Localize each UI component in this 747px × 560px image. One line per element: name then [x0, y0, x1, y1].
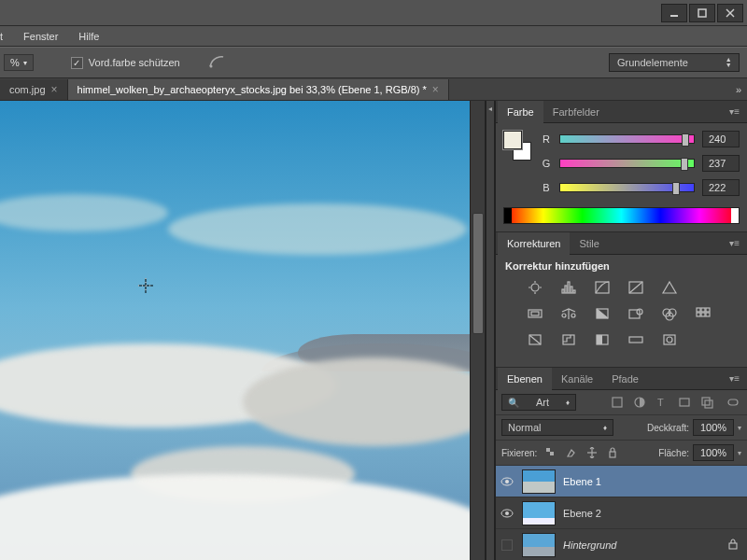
layer-list: Ebene 1 Ebene 2 Hintergrund: [496, 466, 747, 560]
visibility-eye-icon[interactable]: [501, 539, 513, 551]
window-titlebar: [0, 0, 747, 26]
pressure-brush-icon[interactable]: [208, 54, 225, 72]
menu-fenster[interactable]: Fenster: [20, 29, 62, 44]
layer-row-ebene-1[interactable]: Ebene 1: [496, 466, 747, 497]
tab-stile[interactable]: Stile: [570, 232, 608, 255]
tab-farbe[interactable]: Farbe: [498, 101, 543, 123]
close-icon[interactable]: ×: [432, 83, 439, 96]
document-canvas[interactable]: [0, 101, 485, 560]
levels-icon[interactable]: [559, 279, 578, 296]
tab-korrekturen[interactable]: Korrekturen: [498, 232, 570, 255]
svg-point-26: [562, 314, 566, 317]
invert-icon[interactable]: [526, 331, 544, 348]
tab-kanaele[interactable]: Kanäle: [552, 368, 602, 390]
layer-row-hintergrund[interactable]: Hintergrund: [496, 529, 747, 560]
vertical-scrollbar[interactable]: [470, 101, 485, 560]
g-value[interactable]: 237: [702, 155, 740, 172]
svg-rect-47: [613, 398, 622, 407]
blend-mode-dropdown[interactable]: Normal ♦: [501, 419, 613, 436]
exposure-icon[interactable]: [627, 279, 645, 296]
menu-truncated[interactable]: t: [0, 29, 7, 44]
svg-rect-15: [565, 286, 567, 293]
lock-transparency-icon[interactable]: [544, 446, 557, 459]
filter-toggle-switch[interactable]: [725, 395, 741, 410]
gradient-map-icon[interactable]: [627, 331, 645, 348]
r-value[interactable]: 240: [702, 131, 740, 147]
opacity-value[interactable]: 100%: [693, 419, 734, 436]
percent-label: %: [10, 57, 20, 68]
layer-row-ebene-2[interactable]: Ebene 2: [496, 497, 747, 529]
chevron-down-icon: ▾: [23, 59, 27, 67]
maximize-button[interactable]: [689, 4, 715, 22]
color-lookup-icon[interactable]: [694, 305, 712, 322]
lock-position-icon[interactable]: [585, 446, 599, 459]
lock-pixels-icon[interactable]: [565, 446, 578, 459]
posterize-icon[interactable]: [559, 331, 578, 348]
layer-name[interactable]: Ebene 2: [563, 508, 601, 519]
workspace-label: Grundelemente: [617, 57, 688, 68]
tab-label: com.jpg: [9, 84, 46, 95]
svg-point-60: [505, 480, 509, 483]
color-spectrum[interactable]: [503, 207, 740, 224]
g-slider[interactable]: [559, 159, 695, 168]
svg-rect-41: [563, 335, 574, 344]
layer-filter-type[interactable]: 🔍 Art ♦: [501, 394, 576, 411]
tab-pfade[interactable]: Pfade: [602, 368, 648, 390]
document-tab-1[interactable]: com.jpg ×: [0, 79, 68, 100]
r-slider[interactable]: [559, 134, 695, 144]
vibrance-icon[interactable]: [660, 279, 679, 296]
filter-smart-icon[interactable]: [698, 395, 715, 410]
fill-value[interactable]: 100%: [693, 444, 734, 461]
workspace-dropdown[interactable]: Grundelemente ▲▼: [609, 53, 740, 72]
tabs-overflow-button[interactable]: »: [730, 79, 747, 100]
layer-thumbnail[interactable]: [522, 501, 556, 525]
svg-rect-39: [706, 313, 710, 316]
tab-farbfelder[interactable]: Farbfelder: [543, 101, 609, 123]
lock-all-icon[interactable]: [606, 446, 619, 459]
svg-point-9: [531, 284, 539, 291]
foreground-swatch[interactable]: [503, 131, 522, 149]
close-button[interactable]: [717, 4, 743, 22]
visibility-eye-icon[interactable]: [500, 506, 514, 521]
b-label: B: [541, 182, 552, 193]
chevron-down-icon[interactable]: ▾: [738, 424, 741, 432]
color-panel: Farbe Farbfelder ▾≡ R 240 G: [496, 101, 747, 232]
minimize-button[interactable]: [661, 4, 687, 22]
layer-name[interactable]: Ebene 1: [563, 476, 601, 487]
b-slider[interactable]: [559, 183, 695, 192]
hue-saturation-icon[interactable]: [526, 305, 544, 322]
layer-thumbnail[interactable]: [522, 533, 556, 557]
canvas-area[interactable]: [0, 101, 486, 560]
channel-mixer-icon[interactable]: [660, 305, 679, 322]
layer-name[interactable]: Hintergrund: [563, 539, 616, 551]
selective-color-icon[interactable]: [660, 331, 679, 348]
filter-shape-icon[interactable]: [676, 395, 693, 410]
document-tab-2[interactable]: himmel_wolken_by_archaeopteryx_stocks.jp…: [68, 79, 449, 100]
chevron-down-icon[interactable]: ▾: [738, 449, 741, 457]
layer-thumbnail[interactable]: [522, 469, 556, 494]
scrollbar-thumb[interactable]: [472, 213, 484, 334]
menu-hilfe[interactable]: Hilfe: [75, 29, 103, 44]
threshold-icon[interactable]: [593, 331, 612, 348]
panel-menu-icon[interactable]: ▾≡: [722, 373, 747, 384]
svg-point-46: [667, 337, 672, 343]
visibility-eye-icon[interactable]: [500, 474, 514, 489]
filter-label: Art: [536, 397, 549, 408]
brightness-contrast-icon[interactable]: [526, 279, 544, 296]
photo-filter-icon[interactable]: [627, 305, 645, 322]
curves-icon[interactable]: [593, 279, 612, 296]
b-value[interactable]: 222: [702, 179, 740, 196]
opacity-percent-field[interactable]: %▾: [4, 54, 34, 71]
color-balance-icon[interactable]: [559, 305, 578, 322]
black-white-icon[interactable]: [593, 305, 612, 322]
protect-foreground-checkbox[interactable]: ✓ Vord.farbe schützen: [71, 57, 180, 69]
filter-pixel-icon[interactable]: [609, 395, 626, 410]
filter-type-icon[interactable]: T: [654, 395, 670, 410]
filter-adjustment-icon[interactable]: [631, 395, 648, 410]
tab-ebenen[interactable]: Ebenen: [498, 368, 552, 390]
close-icon[interactable]: ×: [51, 83, 58, 96]
panel-menu-icon[interactable]: ▾≡: [722, 106, 747, 117]
panel-menu-icon[interactable]: ▾≡: [722, 238, 747, 248]
fg-bg-swatches[interactable]: [503, 131, 533, 162]
panel-collapse-strip[interactable]: ◂: [486, 101, 495, 560]
